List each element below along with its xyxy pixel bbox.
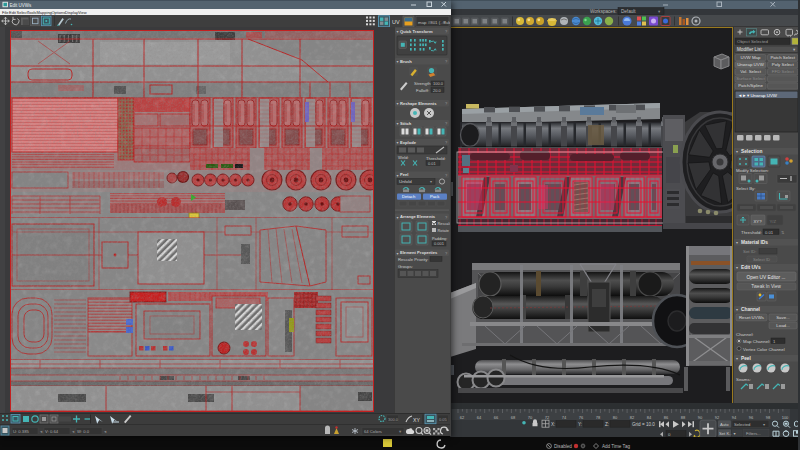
svg-text:Selected: Selected — [734, 422, 751, 427]
svg-text:Edit UVWs: Edit UVWs — [10, 3, 33, 8]
svg-text:V: 0.64: V: 0.64 — [45, 429, 59, 434]
svg-text:300.0: 300.0 — [388, 417, 399, 422]
svg-text:86: 86 — [664, 415, 669, 420]
svg-text:62: 62 — [460, 415, 465, 420]
svg-text:Peel: Peel — [400, 172, 408, 177]
svg-text:Reshape Elements: Reshape Elements — [400, 100, 437, 105]
svg-text:W: 0.0: W: 0.0 — [77, 429, 90, 434]
svg-text:76: 76 — [579, 415, 584, 420]
svg-text:Quick Transform: Quick Transform — [400, 28, 433, 33]
svg-text:Mapping: Mapping — [37, 10, 52, 15]
svg-text:▾: ▾ — [736, 307, 738, 312]
svg-text:68: 68 — [511, 415, 516, 420]
svg-text:Y:: Y: — [578, 422, 582, 427]
svg-text:Surface Select: Surface Select — [736, 76, 765, 81]
svg-text:▾: ▾ — [736, 240, 738, 245]
svg-text:98: 98 — [766, 415, 771, 420]
svg-text:80: 80 — [613, 415, 618, 420]
svg-text:▾: ▾ — [397, 121, 399, 126]
svg-text:Poly Select: Poly Select — [772, 62, 795, 67]
svg-text:▾ Unwrap UVW: ▾ Unwrap UVW — [747, 92, 778, 97]
svg-text:Add Time Tag: Add Time Tag — [602, 444, 630, 449]
svg-text:Vol. Select: Vol. Select — [740, 69, 762, 74]
svg-text:70: 70 — [528, 415, 533, 420]
svg-text:Tools: Tools — [27, 10, 36, 15]
svg-text:Set K..: Set K.. — [719, 431, 732, 436]
svg-text:0.01: 0.01 — [765, 229, 774, 234]
svg-text:84: 84 — [647, 415, 652, 420]
svg-text:0.05: 0.05 — [439, 417, 448, 422]
svg-text:▾: ▾ — [397, 140, 399, 145]
svg-text:XY?: XY? — [754, 218, 763, 223]
svg-text:Pack: Pack — [430, 194, 440, 199]
svg-text:Patch Select: Patch Select — [770, 54, 795, 59]
svg-text:Seams:: Seams: — [736, 377, 751, 382]
svg-text:Open UV Editor ...: Open UV Editor ... — [747, 274, 786, 279]
svg-text:20.0: 20.0 — [433, 87, 442, 92]
svg-text:Filters...: Filters... — [746, 431, 761, 436]
svg-text:100: 100 — [782, 415, 789, 420]
svg-text:Stitch: Stitch — [400, 120, 412, 125]
svg-text:Rescale Priority:: Rescale Priority: — [398, 256, 428, 261]
svg-text:Load...: Load... — [776, 323, 789, 328]
svg-text:FFD Select: FFD Select — [772, 69, 795, 74]
svg-text:88: 88 — [681, 415, 686, 420]
svg-text:Z:: Z: — [605, 422, 609, 427]
svg-text:▾: ▾ — [397, 101, 399, 106]
svg-text:Disabled: Disabled — [554, 444, 572, 449]
svg-text:Falloff:: Falloff: — [416, 87, 429, 92]
svg-text:◄►: ◄► — [738, 92, 746, 97]
svg-text:Weld:: Weld: — [398, 154, 409, 159]
svg-text:64: 64 — [477, 415, 482, 420]
svg-text:Detach: Detach — [402, 194, 416, 199]
svg-text:Unwrap UVW: Unwrap UVW — [737, 62, 764, 67]
svg-text:Tweak In View: Tweak In View — [751, 284, 781, 289]
svg-text:90: 90 — [698, 415, 703, 420]
svg-text:78: 78 — [596, 415, 601, 420]
svg-text:▾: ▾ — [397, 29, 399, 34]
svg-text:▾: ▾ — [736, 356, 738, 361]
svg-text:0.01: 0.01 — [428, 160, 437, 165]
svg-text:Y/Z: Y/Z — [770, 218, 777, 223]
svg-text:UV: UV — [392, 19, 400, 25]
svg-text:64 Colors: 64 Colors — [364, 429, 382, 434]
svg-text:Threshold:: Threshold: — [741, 229, 762, 234]
svg-text:74: 74 — [562, 415, 567, 420]
svg-text:Material IDs: Material IDs — [741, 240, 768, 245]
svg-text:▾: ▾ — [736, 149, 738, 154]
svg-text:82: 82 — [630, 415, 635, 420]
svg-text:Reset UVWs: Reset UVWs — [739, 315, 765, 320]
svg-text:66: 66 — [494, 415, 499, 420]
svg-text:UVW Map: UVW Map — [740, 54, 761, 59]
svg-text:Map Channel:: Map Channel: — [743, 339, 770, 344]
svg-text:Modifier List: Modifier List — [737, 47, 762, 52]
svg-text:Vertex Color Channel: Vertex Color Channel — [743, 346, 785, 351]
svg-text:Patch/Spline: Patch/Spline — [738, 83, 763, 88]
svg-text:Padding:: Padding: — [432, 235, 447, 240]
svg-text:▾: ▾ — [430, 179, 432, 184]
svg-text:Edit UVs: Edit UVs — [741, 265, 761, 270]
svg-text:U: 0.385: U: 0.385 — [13, 429, 30, 434]
svg-text:96: 96 — [749, 415, 754, 420]
svg-text:Auto: Auto — [720, 422, 729, 427]
svg-text:Display: Display — [65, 10, 78, 15]
svg-text:Rescale: Rescale — [438, 220, 451, 225]
svg-text:72: 72 — [545, 415, 550, 420]
svg-text:Default: Default — [621, 9, 636, 14]
svg-text:XY: XY — [413, 417, 420, 423]
svg-text:▾: ▾ — [397, 59, 399, 64]
svg-text:Element Properties: Element Properties — [400, 250, 438, 255]
svg-text:▾: ▾ — [397, 214, 399, 219]
svg-text:Arrange Elements: Arrange Elements — [400, 214, 436, 219]
svg-text:Strength:: Strength: — [414, 81, 432, 86]
svg-text:View: View — [78, 10, 87, 15]
svg-text:0.001: 0.001 — [434, 241, 445, 246]
svg-text:Selection: Selection — [741, 149, 762, 154]
svg-text:Brush: Brush — [400, 58, 412, 63]
svg-text:100.0: 100.0 — [433, 81, 444, 86]
svg-text:Peel: Peel — [741, 356, 751, 361]
svg-text:▾: ▾ — [397, 250, 399, 255]
svg-text:Object Selected: Object Selected — [737, 39, 769, 44]
svg-text:Select ID: Select ID — [753, 256, 770, 261]
svg-text:Rotate: Rotate — [438, 227, 449, 232]
